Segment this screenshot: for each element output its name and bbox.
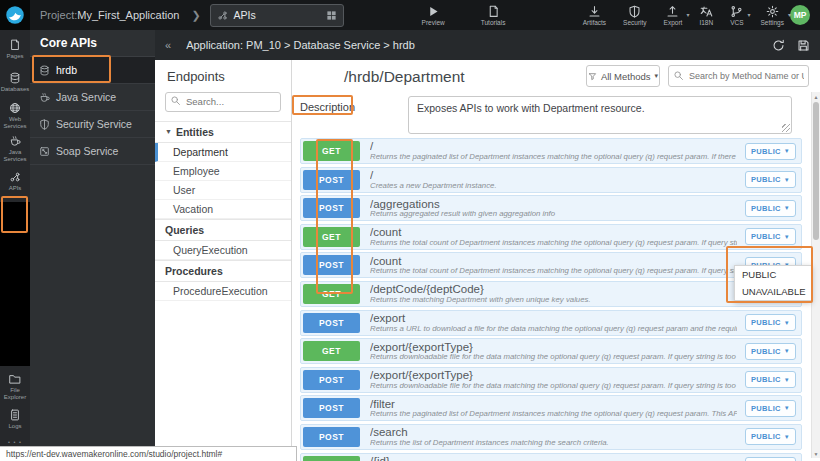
core-api-item-java-service[interactable]: Java Service (30, 84, 155, 111)
endpoint-path: /filter (370, 398, 737, 411)
user-avatar[interactable]: MP (790, 5, 810, 25)
access-level-button[interactable]: PUBLIC ▼ (745, 171, 796, 188)
core-api-item-hrdb[interactable]: hrdb (30, 57, 155, 84)
vcs-button[interactable]: VCS (730, 5, 743, 26)
api-endpoint-row[interactable]: POST /filter Returns the paginated list … (300, 395, 802, 421)
api-endpoint-row[interactable]: POST /export Returns a URL to download a… (300, 310, 802, 336)
endpoint-item-procedureexecution[interactable]: ProcedureExecution (155, 282, 291, 301)
branch-icon (730, 5, 743, 18)
access-level-button[interactable]: PUBLIC ▼ (745, 400, 796, 417)
resize-handle[interactable] (782, 124, 790, 132)
settings-button[interactable]: Settings (761, 5, 785, 26)
chevron-down-icon: ▼ (165, 128, 172, 135)
endpoint-description: Returns the paginated list of Department… (370, 410, 737, 419)
preview-button[interactable]: Preview (422, 5, 445, 26)
endpoint-description: Creates a new Department instance. (370, 182, 737, 191)
api-endpoint-row[interactable]: POST /search Returns the list of Departm… (300, 424, 802, 450)
scroll-up-arrow[interactable]: ▲ (812, 92, 820, 101)
method-badge: GET (303, 284, 360, 304)
refresh-icon[interactable] (772, 39, 785, 52)
access-level-button[interactable]: PUBLIC ▼ (745, 343, 796, 360)
method-search-input[interactable] (668, 65, 809, 87)
chevron-down-icon: ▼ (784, 205, 790, 211)
method-badge: POST (303, 427, 360, 447)
method-badge: POST (303, 313, 360, 333)
api-endpoint-row[interactable]: POST /aggregations Returns aggregated re… (300, 195, 802, 221)
endpoints-search-input[interactable] (165, 92, 281, 112)
endpoint-path: /deptCode/{deptCode} (370, 283, 737, 296)
scrollbar-thumb[interactable] (813, 102, 819, 240)
access-level-button[interactable]: PUBLIC ▼ (745, 143, 796, 160)
sidebar-item-logs[interactable]: Logs (0, 403, 30, 436)
export-button[interactable]: Export (664, 5, 683, 26)
chevron-down-icon: ▼ (784, 348, 790, 354)
endpoint-item-queryexecution[interactable]: QueryExecution (155, 241, 291, 260)
grid-icon[interactable] (326, 10, 337, 21)
endpoint-list: GET / Returns the paginated list of Depa… (300, 138, 802, 461)
access-level-button[interactable]: PUBLIC ▼ (745, 457, 796, 461)
api-endpoint-row[interactable]: GET / Returns the paginated list of Depa… (300, 138, 802, 164)
core-api-item-soap-service[interactable]: Soap Service (30, 138, 155, 165)
artifacts-button[interactable]: Artifacts (583, 5, 606, 26)
endpoint-item-vacation[interactable]: Vacation (155, 200, 291, 219)
endpoint-path: / (370, 169, 737, 182)
access-level-button[interactable]: PUBLIC ▼ (745, 428, 796, 445)
endpoint-description: Returns downloadable file for the data m… (370, 382, 737, 391)
endpoint-group-entities[interactable]: ▼ Entities (155, 121, 291, 143)
api-endpoint-row[interactable]: POST /export/{exportType} Returns downlo… (300, 367, 802, 393)
tutorials-button[interactable]: Tutorials (481, 5, 506, 26)
endpoint-path: /count (370, 226, 737, 239)
wavemaker-logo-icon (5, 5, 25, 25)
endpoint-description: Returns aggregated result with given agg… (370, 210, 737, 219)
vertical-scrollbar[interactable]: ▲ ▼ (811, 92, 820, 458)
api-endpoint-row[interactable]: GET /deptCode/{deptCode} Returns the mat… (300, 281, 802, 307)
access-level-button[interactable]: PUBLIC ▼ (745, 371, 796, 388)
endpoint-description: Returns a URL to download a file for the… (370, 325, 737, 334)
database-icon (39, 65, 50, 76)
tab-apis[interactable]: APIs (210, 4, 344, 27)
sidebar-item-web-services[interactable]: Web Services (0, 99, 30, 132)
sidebar-item-databases[interactable]: Databases (0, 66, 30, 99)
download-icon (588, 5, 601, 18)
scroll-down-arrow[interactable]: ▼ (812, 449, 820, 458)
endpoint-group-procedures[interactable]: ▼ Procedures (155, 260, 291, 282)
access-option-unavailable[interactable]: UNAVAILABLE (735, 283, 811, 300)
endpoint-description: Returns the matching Department with giv… (370, 296, 737, 305)
api-endpoint-row[interactable]: GET /count Returns the total count of De… (300, 224, 802, 250)
method-badge: GET (303, 341, 360, 361)
api-endpoint-row[interactable]: GET /export/{exportType} Returns downloa… (300, 338, 802, 364)
endpoint-group-queries[interactable]: ▼ Queries (155, 219, 291, 241)
description-textarea[interactable]: Exposes APIs to work with Department res… (408, 96, 792, 134)
page-title: /hrdb/Department (344, 68, 465, 86)
api-endpoint-row[interactable]: GET /{id} Returns the Department instanc… (300, 453, 802, 461)
core-apis-title: Core APIs (30, 30, 155, 57)
methods-filter-dropdown[interactable]: All Methods ▾ (586, 65, 660, 87)
chevron-down-icon: ▼ (784, 320, 790, 326)
access-dropdown-menu: PUBLICUNAVAILABLE (734, 265, 812, 301)
access-option-public[interactable]: PUBLIC (735, 266, 811, 283)
sidebar-item-pages[interactable]: Pages (0, 33, 30, 66)
sidebar-item-java-services[interactable]: Java Services (0, 132, 30, 165)
security-button[interactable]: Security (623, 5, 646, 26)
sidebar-item-apis[interactable]: APIs (0, 165, 30, 198)
tab-apis-label: APIs (234, 9, 320, 21)
endpoint-item-user[interactable]: User (155, 181, 291, 200)
access-level-button[interactable]: PUBLIC ▼ (745, 314, 796, 331)
core-api-item-security-service[interactable]: Security Service (30, 111, 155, 138)
endpoint-description: Returns the total count of Department in… (370, 267, 737, 276)
endpoint-path: /export/{exportType} (370, 369, 737, 382)
collapse-panel-icon[interactable]: « (165, 39, 171, 51)
top-bar: Project:My_First_Application ❯ APIs Prev… (0, 0, 820, 30)
sidebar-item-file-explorer[interactable]: File Explorer (0, 370, 30, 403)
save-icon[interactable] (797, 39, 810, 52)
i18n-button[interactable]: I18N (699, 5, 713, 26)
endpoint-item-department[interactable]: Department (155, 143, 291, 162)
api-endpoint-row[interactable]: POST / Creates a new Department instance… (300, 167, 802, 193)
database-icon (9, 72, 21, 84)
endpoint-item-employee[interactable]: Employee (155, 162, 291, 181)
access-level-button[interactable]: PUBLIC ▼ (745, 200, 796, 217)
search-icon (673, 70, 684, 81)
api-endpoint-row[interactable]: POST /count Returns the total count of D… (300, 252, 802, 278)
wavemaker-logo[interactable] (0, 0, 30, 30)
access-level-button[interactable]: PUBLIC ▼ (745, 228, 796, 245)
